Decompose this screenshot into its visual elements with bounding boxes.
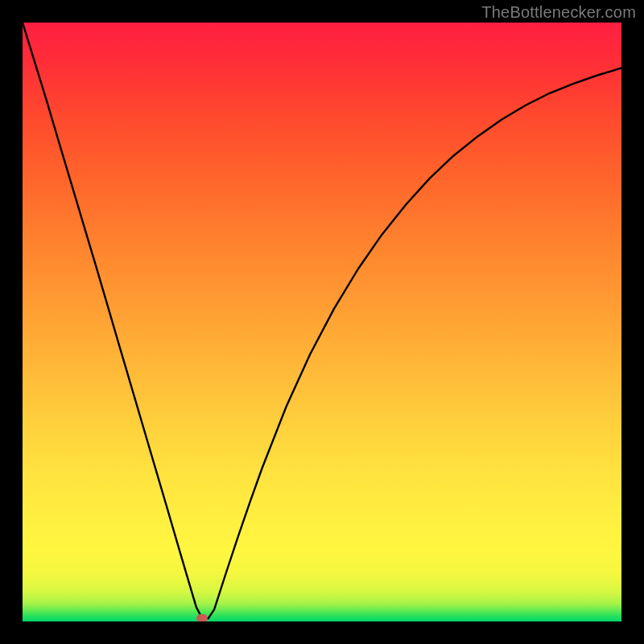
chart-frame: TheBottlenecker.com: [0, 0, 644, 644]
min-marker: [196, 614, 208, 621]
curve-svg: [23, 23, 621, 621]
plot-area: [23, 23, 621, 621]
curve-path: [23, 23, 621, 618]
watermark-text: TheBottlenecker.com: [481, 3, 636, 22]
